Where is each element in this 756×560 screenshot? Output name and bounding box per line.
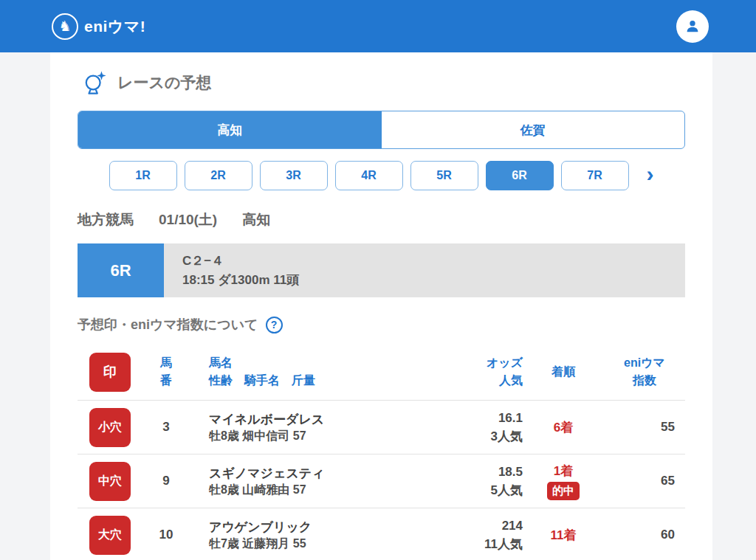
race-button-3r[interactable]: 3R bbox=[260, 161, 328, 190]
race-class: C２−４ bbox=[182, 252, 299, 269]
mark-badge: 小穴 bbox=[89, 408, 131, 447]
mark-column-badge: 印 bbox=[89, 353, 131, 392]
eniuma-index: 55 bbox=[604, 420, 685, 435]
race-button-2r[interactable]: 2R bbox=[185, 161, 252, 190]
popularity: 11人気 bbox=[419, 535, 523, 554]
race-meta-row: 地方競馬 01/10(土) 高知 bbox=[78, 210, 685, 229]
horse-detail: 牡7歳 近藤翔月 55 bbox=[209, 536, 419, 552]
person-icon bbox=[683, 17, 702, 36]
odds-cell: 18.5 5人気 bbox=[419, 463, 523, 500]
column-header-name: 馬名 性齢 騎手名 斤量 bbox=[188, 354, 419, 390]
hit-badge: 的中 bbox=[547, 482, 580, 500]
meta-category: 地方競馬 bbox=[78, 210, 134, 229]
about-row: 予想印・eniウマ指数について ? bbox=[78, 316, 685, 333]
app-logo-text: eniウマ! bbox=[84, 16, 145, 37]
column-header-odds: オッズ 人気 bbox=[419, 354, 523, 390]
mark-badge: 大穴 bbox=[89, 516, 131, 555]
column-header-rank: 着順 bbox=[523, 363, 604, 381]
race-button-row: 1R 2R 3R 4R 5R 6R 7R › bbox=[78, 161, 685, 190]
table-row: 中穴 9 スギノマジェスティ 牡8歳 山崎雅由 57 18.5 5人気 1着 的… bbox=[78, 454, 685, 508]
meta-date: 01/10(土) bbox=[159, 210, 217, 229]
race-details: 18:15 ダ1300m 11頭 bbox=[182, 272, 299, 288]
eniuma-index: 65 bbox=[604, 474, 685, 488]
horse-detail: 牡8歳 畑中信司 57 bbox=[209, 429, 419, 444]
rank-cell: 11着 bbox=[523, 527, 604, 544]
meta-venue: 高知 bbox=[242, 210, 270, 229]
tab-saga[interactable]: 佐賀 bbox=[382, 111, 685, 148]
venue-tabbar: 高知 佐賀 bbox=[78, 111, 685, 149]
horse-detail: 牡8歳 山崎雅由 57 bbox=[209, 483, 419, 498]
about-label: 予想印・eniウマ指数について bbox=[78, 316, 258, 333]
finish-rank: 6着 bbox=[523, 419, 604, 436]
app-header: ♞ eniウマ! bbox=[0, 0, 756, 52]
horse-name-cell: スギノマジェスティ 牡8歳 山崎雅由 57 bbox=[188, 464, 419, 499]
race-button-5r[interactable]: 5R bbox=[410, 161, 478, 190]
table-row: 大穴 10 アウゲンブリック 牡7歳 近藤翔月 55 214 11人気 11着 … bbox=[78, 508, 685, 560]
rank-cell: 6着 bbox=[523, 419, 604, 436]
horse-number: 9 bbox=[144, 474, 188, 488]
page-title: レースの予想 bbox=[117, 72, 211, 93]
app-logo[interactable]: ♞ eniウマ! bbox=[52, 13, 145, 40]
horse-name: スギノマジェスティ bbox=[209, 464, 419, 483]
eniuma-index: 60 bbox=[604, 528, 685, 542]
horse-number: 3 bbox=[144, 420, 188, 435]
horse-logo-icon: ♞ bbox=[52, 13, 78, 40]
odds-value: 18.5 bbox=[419, 463, 523, 482]
race-banner: 6R C２−４ 18:15 ダ1300m 11頭 bbox=[78, 243, 685, 297]
odds-cell: 214 11人気 bbox=[419, 516, 523, 554]
popularity: 5人気 bbox=[419, 481, 523, 500]
race-button-1r[interactable]: 1R bbox=[109, 161, 177, 190]
horse-number: 10 bbox=[144, 528, 188, 542]
chevron-right-icon[interactable]: › bbox=[647, 163, 654, 188]
column-header-index: eniウマ 指数 bbox=[604, 354, 685, 390]
table-header-row: 印 馬 番 馬名 性齢 騎手名 斤量 オッズ 人気 着順 eniウマ 指数 bbox=[78, 344, 685, 401]
finish-rank: 11着 bbox=[523, 527, 604, 544]
horse-name-cell: アウゲンブリック 牡7歳 近藤翔月 55 bbox=[188, 518, 419, 553]
race-button-4r[interactable]: 4R bbox=[335, 161, 403, 190]
crystal-ball-icon bbox=[83, 70, 107, 95]
main-content-card: レースの予想 高知 佐賀 1R 2R 3R 4R 5R 6R 7R › 地方競馬… bbox=[50, 52, 712, 560]
column-header-number: 馬 番 bbox=[144, 354, 188, 390]
tab-kochi[interactable]: 高知 bbox=[78, 111, 382, 148]
page-title-row: レースの予想 bbox=[78, 70, 685, 95]
mark-badge: 中穴 bbox=[89, 462, 131, 501]
finish-rank: 1着 bbox=[523, 463, 604, 480]
odds-value: 214 bbox=[419, 516, 523, 536]
help-icon[interactable]: ? bbox=[266, 317, 283, 333]
user-account-button[interactable] bbox=[676, 10, 709, 43]
race-button-6r[interactable]: 6R bbox=[486, 161, 554, 190]
popularity: 3人気 bbox=[419, 427, 523, 446]
race-button-7r[interactable]: 7R bbox=[561, 161, 629, 190]
odds-value: 16.1 bbox=[419, 409, 523, 428]
table-row: 小穴 3 マイネルボーダレス 牡8歳 畑中信司 57 16.1 3人気 6着 5… bbox=[78, 401, 685, 454]
horse-name: アウゲンブリック bbox=[209, 518, 419, 537]
odds-cell: 16.1 3人気 bbox=[419, 409, 523, 446]
prediction-table: 印 馬 番 馬名 性齢 騎手名 斤量 オッズ 人気 着順 eniウマ 指数 小穴 bbox=[78, 344, 685, 560]
race-banner-info: C２−４ 18:15 ダ1300m 11頭 bbox=[164, 243, 299, 297]
horse-name: マイネルボーダレス bbox=[209, 410, 419, 429]
rank-cell: 1着 的中 bbox=[523, 463, 604, 500]
horse-name-cell: マイネルボーダレス 牡8歳 畑中信司 57 bbox=[188, 410, 419, 445]
race-number-box: 6R bbox=[78, 243, 164, 297]
